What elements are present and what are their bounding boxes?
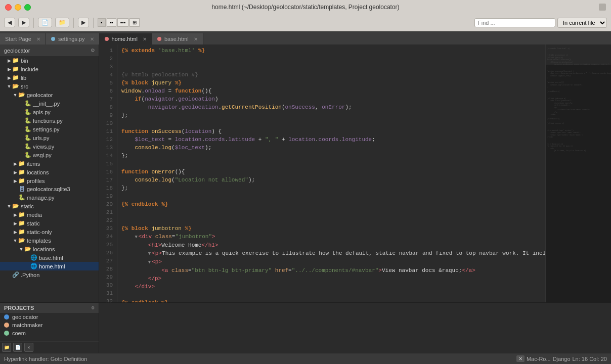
sidebar-title: geolocator [4,48,30,54]
layout-btn-2[interactable]: ▪▪ [107,18,116,27]
tree-item-manage[interactable]: 🐍 manage.py [0,193,99,202]
close-status-button[interactable]: ✕ [516,355,525,362]
tree-item-settings[interactable]: 🐍 settings.py [0,125,99,133]
project-dot-icon [4,323,9,328]
tree-item-src[interactable]: ▼ 📂 src [0,82,99,90]
tab-label: base.html [164,36,189,42]
tree-item-static-root[interactable]: ▼ 📂 static [0,202,99,210]
tree-item-media[interactable]: ▶ 📁 media [0,210,99,219]
project-item-geolocator[interactable]: geolocator [0,313,99,321]
add-folder-button[interactable]: 📁 [2,343,11,352]
line-8: navigator.geolocation.getCurrentPosition… [121,103,545,111]
line-16: function onError(){ [121,168,545,176]
tab-dot-icon [157,37,161,41]
tree-item-label: lib [21,75,26,81]
tree-item-label: locations [33,246,55,252]
projects-title: PROJECTS [4,305,34,311]
tree-item-label: base.html [39,255,63,261]
open-file-button[interactable]: 📄 [38,18,52,27]
tree-item-views[interactable]: 🐍 views.py [0,142,99,151]
open-folder-button[interactable]: 📁 [55,18,69,27]
minimap[interactable]: {% extends 'base.html' %} {# html5 geolo… [545,44,611,302]
tree-item-label: locations [27,169,49,175]
project-item-coem[interactable]: coem [0,329,99,337]
line-20: {% endblock %} [121,200,545,208]
tree-item-urls[interactable]: 🐍 urls.py [0,133,99,142]
tree-item-apis[interactable]: 🐍 apis.py [0,108,99,116]
tree-item-label: .Python [21,272,39,278]
layout-buttons: ▪ ▪▪ ▪▪▪ ⊞ [98,18,140,27]
project-item-matchmaker[interactable]: matchmaker [0,321,99,329]
gear-icon[interactable]: ⚙ [91,47,95,54]
tree-item-sqlite[interactable]: 🗄 geolocator.sqlite3 [0,185,99,193]
search-scope-select[interactable]: In current file [557,18,607,28]
tree-item-wsgi[interactable]: 🐍 wsgi.py [0,151,99,159]
folder-icon: 📁 [18,177,25,184]
tree-item-bin[interactable]: ▶ 📁 bin [0,56,99,65]
folder-icon: 📁 [12,74,19,81]
mac-ro-status: Mac-Ro... [527,356,551,362]
run-button[interactable]: ▶ [78,18,89,27]
tab-label: home.html [112,36,138,42]
tab-close-icon[interactable]: ✕ [194,36,198,42]
code-editor[interactable]: 12345 678910 1112131415 1617181920 21222… [99,44,545,302]
tree-item-locations-tmpl[interactable]: ▼ 📂 locations [0,245,99,253]
folder-icon: 📂 [12,203,19,209]
add-file-button[interactable]: 📄 [13,343,22,352]
html-icon: 🌐 [30,254,37,261]
tree-item-static-only[interactable]: ▶ 📁 static-only [0,228,99,236]
tab-close-icon[interactable]: ✕ [36,36,40,42]
bottom-section: PROJECTS ⚙ geolocator matchmaker coem 📁 … [0,302,611,364]
main-area: geolocator ⚙ ▶ 📁 bin ▶ 📁 include ▶ 📁 lib [0,44,611,302]
layout-btn-1[interactable]: ▪ [98,18,106,27]
tree-item-templates[interactable]: ▼ 📂 templates [0,236,99,245]
line-10 [121,119,545,127]
line-25: <h1>Welcome Home</h1> [121,241,545,249]
minimize-button[interactable] [15,4,21,11]
tree-item-home-html[interactable]: 🌐 home.html [0,262,99,270]
tab-label: Start Page [5,36,31,42]
back-button[interactable]: ◀ [4,18,15,27]
close-panel-button[interactable]: ✕ [24,343,33,352]
tree-item-locations[interactable]: ▶ 📁 locations [0,168,99,176]
line-12: $loc_text = location.coords.latitude + "… [121,135,545,144]
tree-item-label: wsgi.py [33,152,52,158]
py-icon: 🐍 [24,143,31,150]
expand-icon[interactable] [599,4,606,11]
tab-start-page[interactable]: Start Page ✕ [0,33,46,44]
tree-item-include[interactable]: ▶ 📁 include [0,65,99,73]
close-button[interactable] [5,4,12,11]
tree-item-functions[interactable]: 🐍 functions.py [0,116,99,125]
search-input[interactable] [474,18,555,27]
tree-item-static2[interactable]: ▶ 📁 static [0,219,99,228]
tab-settings-py[interactable]: settings.py ✕ [46,33,100,44]
maximize-button[interactable] [24,4,31,11]
tree-item-label: home.html [39,263,65,269]
folder-icon: 📁 [12,66,19,72]
forward-button[interactable]: ▶ [18,18,29,27]
tree-item-base-html[interactable]: 🌐 base.html [0,253,99,262]
folder-icon: 📂 [12,83,19,89]
tab-close-icon[interactable]: ✕ [143,36,147,42]
django-status: Django [553,356,571,362]
tree-item-items[interactable]: ▶ 📁 items [0,159,99,168]
tree-item-geolocator[interactable]: ▼ 📂 geolocator [0,90,99,99]
layout-btn-3[interactable]: ▪▪▪ [117,18,129,27]
tree-item-python[interactable]: 🔗 .Python [0,270,99,279]
tree-item-init[interactable]: 🐍 __init__.py [0,99,99,108]
tab-base-html[interactable]: base.html ✕ [152,33,203,44]
window-controls[interactable] [5,4,31,11]
code-body[interactable]: {% extends 'base.html' %} {# html5 geolo… [117,44,545,302]
projects-gear-icon[interactable]: ⚙ [92,305,95,311]
tab-close-icon[interactable]: ✕ [90,36,94,42]
tree-item-profiles[interactable]: ▶ 📁 profiles [0,176,99,185]
line-31 [121,291,545,299]
line-24: ▼<div class="jumbotron"> [121,233,545,241]
tab-home-html[interactable]: home.html ✕ [100,33,152,44]
line-30: </div> [121,283,545,291]
folder-icon: 📁 [12,57,19,64]
tab-dot-icon [105,37,109,41]
layout-btn-4[interactable]: ⊞ [129,18,140,27]
tree-item-lib[interactable]: ▶ 📁 lib [0,73,99,82]
line-13: console.log($loc_text); [121,144,545,152]
